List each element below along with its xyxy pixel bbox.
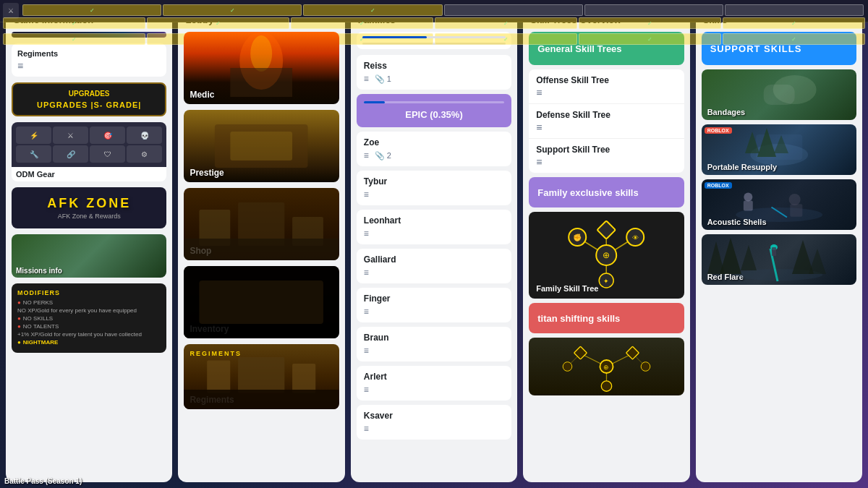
grades-card[interactable]: UPGRADES UPGRADES |S- GRADE| (12, 82, 166, 116)
modifiers-card: MODIFIERS ● NO PERKS NO XP/Gold for ever… (12, 283, 166, 353)
family-zoe-name: Zoe (364, 137, 504, 147)
gear-icon-2: 🔧 (16, 145, 51, 163)
family-zoe[interactable]: Zoe ≡ 📎 2 (357, 132, 511, 166)
skills-column: Skills ••• SUPPORT SKILLS Bandages ROBLO… (696, 6, 862, 482)
families-column: Families ••• Reiss ≡ 📎 1 EPIC (0.35%) Zo… (351, 6, 517, 482)
skill-bandages-image: Bandages (702, 69, 856, 120)
lobby-shop-image: Shop (184, 188, 339, 260)
family-braun-name: Braun (364, 333, 504, 343)
svg-rect-13 (292, 364, 315, 393)
paperclip-icon: 📎 (375, 74, 385, 84)
gear-icon-target: 🎯 (90, 127, 125, 144)
family-exclusive-label: Family exclusive skills (537, 187, 638, 198)
lobby-shop-card[interactable]: Shop (184, 188, 339, 260)
lobby-inventory-image: Inventory (184, 266, 339, 338)
titan-skill-tree-image[interactable]: ⊕ (529, 338, 684, 395)
epic-label: EPIC (0.35%) (364, 109, 504, 120)
ksaver-lines-icon: ≡ (364, 424, 369, 434)
family-leonhart-name: Leonhart (364, 215, 504, 226)
gear-icon-4: 🛡 (90, 145, 125, 163)
family-braun[interactable]: Braun ≡ (357, 327, 511, 361)
paperclip-icon-2: 📎 (375, 151, 385, 160)
gear-icon-3: 🔗 (53, 145, 88, 163)
offense-lines-icon: ≡ (536, 87, 676, 98)
svg-text:⊕: ⊕ (603, 250, 610, 260)
gear-icons-grid: ⚡ ⚔ 🎯 💀 🔧 🔗 🛡 ⚙ (12, 122, 166, 167)
svg-point-37 (601, 381, 611, 391)
family-finger-name: Finger (364, 294, 504, 304)
finger-lines-icon: ≡ (364, 307, 369, 317)
lobby-medic-image: Medic (184, 32, 339, 104)
skill-resupply-card[interactable]: ROBLOX Portable Resupply (702, 124, 856, 175)
svg-text:👁: 👁 (632, 234, 639, 241)
svg-rect-8 (184, 239, 339, 260)
family-leonhart[interactable]: Leonhart ≡ (357, 210, 511, 244)
svg-rect-10 (200, 281, 324, 324)
svg-marker-56 (741, 245, 757, 270)
reiss-attachment: 📎 1 (375, 74, 391, 84)
zoe-attachment: 📎 2 (375, 151, 391, 160)
family-finger[interactable]: Finger ≡ (357, 288, 511, 322)
family-skill-tree-diagram[interactable]: ⊕ ✊ 👁 ✦ Family Skill Tree (529, 212, 684, 299)
svg-rect-36 (626, 346, 639, 359)
gear-icon-skull: 💀 (127, 127, 162, 144)
lobby-regiments-card[interactable]: REGIMENTS Regiments (184, 344, 339, 409)
family-tybur-meta: ≡ (364, 189, 504, 200)
family-braun-meta: ≡ (364, 346, 504, 356)
regiments-svg (184, 344, 339, 409)
titan-shifting-card[interactable]: titan shifting skills (529, 303, 684, 333)
skill-flare-card[interactable]: Red Flare (702, 234, 856, 285)
family-tybur[interactable]: Tybur ≡ (357, 171, 511, 205)
resupply-svg (702, 124, 856, 175)
modifier-nightmare: ● NIGHTMARE (17, 339, 161, 346)
svg-rect-41 (763, 85, 794, 105)
svg-rect-11 (208, 361, 231, 393)
missions-label: Missions info (16, 267, 62, 275)
svg-rect-35 (574, 346, 587, 359)
bp-grid-cell: ✓ (147, 33, 166, 38)
family-reiss-meta: ≡ 📎 1 (364, 74, 504, 84)
defense-skill-tree[interactable]: Defense Skill Tree ≡ (529, 104, 684, 139)
family-galliard-name: Galliard (364, 254, 504, 265)
family-arlert[interactable]: Arlert ≡ (357, 366, 511, 401)
bp-grid-cell: ✓ (12, 33, 145, 38)
regiments-title: Regiments (17, 49, 161, 58)
arlert-lines-icon: ≡ (364, 385, 369, 395)
svg-rect-12 (238, 357, 284, 393)
family-ksaver[interactable]: Ksaver ≡ (357, 405, 511, 440)
afk-zone-card[interactable]: AFK ZONE AFK Zone & Rewards (12, 187, 166, 228)
family-finger-meta: ≡ (364, 307, 504, 317)
svg-point-38 (563, 362, 572, 372)
regiments-section[interactable]: Regiments ≡ (12, 43, 166, 77)
skill-trees-list-card: Offense Skill Tree ≡ Defense Skill Tree … (529, 69, 684, 173)
offense-skill-tree[interactable]: Offense Skill Tree ≡ (529, 69, 684, 104)
filter-bar-fill (362, 36, 427, 38)
battle-pass-card[interactable]: ⚔ ✓ ✓ ✓ ✓ ✓ ✓ ✓ ✓ ✓ (12, 32, 166, 38)
skill-bandages-card[interactable]: Bandages (702, 69, 856, 120)
support-skill-tree-name: Support Skill Tree (536, 145, 676, 155)
lobby-medic-card[interactable]: Medic (184, 32, 339, 104)
afk-zone-title: AFK ZONE (20, 196, 158, 211)
lobby-prestige-card[interactable]: Prestige (184, 110, 339, 182)
support-skill-tree[interactable]: Support Skill Tree ≡ (529, 139, 684, 173)
missions-card[interactable]: Missions info (12, 234, 166, 278)
bandages-svg (702, 69, 856, 120)
family-galliard[interactable]: Galliard ≡ (357, 249, 511, 283)
svg-rect-4 (231, 132, 293, 160)
modifier-no-skills: ● NO SKILLS (17, 315, 161, 322)
svg-rect-25 (597, 221, 616, 239)
family-reiss[interactable]: Reiss ≡ 📎 1 (357, 55, 511, 90)
leonhart-lines-icon: ≡ (364, 228, 369, 239)
epic-progress-bar (364, 101, 504, 103)
lobby-column: Lobby ••• Medic Prestige (178, 6, 344, 482)
svg-point-50 (788, 194, 800, 205)
odm-gear-card[interactable]: ⚡ ⚔ 🎯 💀 🔧 🔗 🛡 ⚙ ODM Gear (12, 122, 166, 181)
lobby-inventory-card[interactable]: Inventory (184, 266, 339, 338)
game-info-column: Game Information ••• ⚔ ✓ ✓ ✓ ✓ ✓ (6, 6, 172, 482)
family-exclusive-card[interactable]: Family exclusive skills (529, 177, 684, 207)
skill-acoustic-card[interactable]: ROBLOX Acoustic Shells (702, 179, 856, 230)
family-zoe-meta: ≡ 📎 2 (364, 150, 504, 160)
odm-gear-label: ODM Gear (12, 167, 166, 181)
family-epic[interactable]: EPIC (0.35%) (357, 94, 511, 127)
family-skill-tree-label: Family Skill Tree (536, 284, 598, 293)
